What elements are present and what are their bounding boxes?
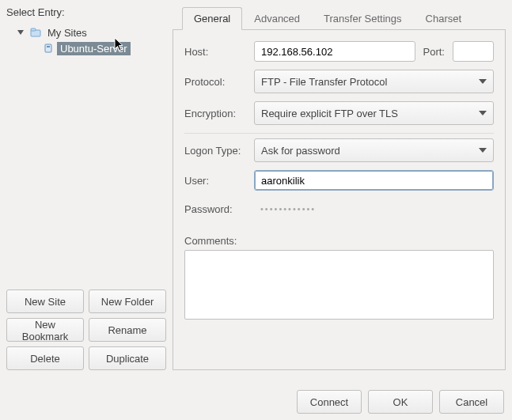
logon-type-value: Ask for password bbox=[261, 145, 340, 157]
chevron-down-icon[interactable] bbox=[17, 30, 24, 35]
row-logon-type: Logon Type: Ask for password bbox=[184, 138, 494, 162]
row-user: User: bbox=[184, 170, 494, 191]
host-input[interactable] bbox=[254, 41, 415, 62]
tab-general-body: Host: Port: Protocol: FTP - File Transfe… bbox=[173, 30, 506, 370]
tab-transfer-settings[interactable]: Transfer Settings bbox=[312, 7, 414, 30]
row-protocol: Protocol: FTP - File Transfer Protocol bbox=[184, 70, 494, 93]
row-host: Host: Port: bbox=[184, 41, 494, 62]
host-label: Host: bbox=[184, 46, 246, 58]
comments-textarea[interactable] bbox=[184, 250, 494, 320]
tree-item-ubuntu-server[interactable]: Ubuntu-Server bbox=[9, 40, 166, 56]
svg-rect-1 bbox=[31, 28, 36, 31]
server-icon bbox=[43, 43, 54, 54]
encryption-value: Require explicit FTP over TLS bbox=[261, 108, 398, 119]
tab-general[interactable]: General bbox=[182, 7, 242, 30]
port-label: Port: bbox=[423, 46, 445, 58]
logon-type-select[interactable]: Ask for password bbox=[254, 138, 494, 162]
password-label: Password: bbox=[184, 203, 246, 215]
new-folder-button[interactable]: New Folder bbox=[89, 289, 166, 313]
divider bbox=[184, 133, 494, 134]
svg-rect-2 bbox=[45, 44, 51, 52]
svg-rect-3 bbox=[47, 46, 50, 47]
tabs-bar: General Advanced Transfer Settings Chars… bbox=[173, 6, 506, 30]
tab-advanced[interactable]: Advanced bbox=[242, 7, 312, 30]
tree-root-label: My Sites bbox=[44, 26, 90, 40]
chevron-down-icon bbox=[479, 111, 487, 115]
encryption-label: Encryption: bbox=[184, 108, 246, 119]
connect-button[interactable]: Connect bbox=[297, 390, 362, 414]
site-manager-window: Select Entry: My Sites Ubuntu-Server bbox=[0, 0, 512, 420]
left-panel: Select Entry: My Sites Ubuntu-Server bbox=[6, 6, 173, 370]
ok-button[interactable]: OK bbox=[368, 390, 433, 414]
row-comments: Comments: bbox=[184, 235, 494, 322]
user-input[interactable] bbox=[254, 170, 494, 191]
tree-item-label: Ubuntu-Server bbox=[57, 42, 131, 55]
cancel-button[interactable]: Cancel bbox=[439, 390, 504, 414]
protocol-value: FTP - File Transfer Protocol bbox=[261, 76, 387, 88]
tab-charset[interactable]: Charset bbox=[414, 7, 474, 30]
new-bookmark-button[interactable]: New Bookmark bbox=[6, 318, 84, 342]
logon-type-label: Logon Type: bbox=[184, 145, 246, 157]
sites-tree[interactable]: My Sites Ubuntu-Server bbox=[6, 21, 166, 285]
encryption-select[interactable]: Require explicit FTP over TLS bbox=[254, 101, 494, 125]
top-area: Select Entry: My Sites Ubuntu-Server bbox=[6, 6, 506, 370]
duplicate-button[interactable]: Duplicate bbox=[89, 346, 166, 370]
delete-button[interactable]: Delete bbox=[6, 346, 84, 370]
row-password: Password: •••••••••••• bbox=[184, 199, 494, 219]
site-buttons-grid: New Site New Folder New Bookmark Rename … bbox=[6, 289, 166, 370]
chevron-down-icon bbox=[479, 79, 487, 84]
dialog-buttons: Connect OK Cancel bbox=[297, 390, 504, 414]
password-input-disabled: •••••••••••• bbox=[254, 199, 494, 219]
folder-icon bbox=[30, 27, 41, 38]
protocol-select[interactable]: FTP - File Transfer Protocol bbox=[254, 70, 494, 93]
select-entry-label: Select Entry: bbox=[6, 6, 166, 18]
port-input[interactable] bbox=[453, 41, 494, 62]
protocol-label: Protocol: bbox=[184, 76, 246, 88]
right-panel: General Advanced Transfer Settings Chars… bbox=[173, 6, 506, 370]
rename-button[interactable]: Rename bbox=[89, 318, 166, 342]
new-site-button[interactable]: New Site bbox=[6, 289, 84, 313]
tree-root-my-sites[interactable]: My Sites bbox=[9, 25, 166, 40]
row-encryption: Encryption: Require explicit FTP over TL… bbox=[184, 101, 494, 125]
comments-label: Comments: bbox=[184, 235, 494, 247]
user-label: User: bbox=[184, 175, 246, 187]
chevron-down-icon bbox=[479, 148, 487, 153]
